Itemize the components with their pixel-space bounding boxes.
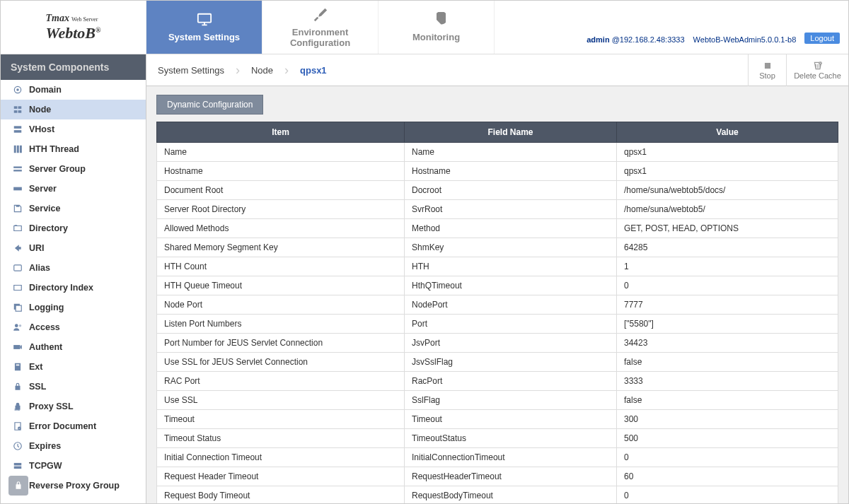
svg-rect-3 xyxy=(14,106,18,109)
sidebar-item-proxy-ssl[interactable]: SSLProxy SSL xyxy=(1,397,146,416)
sidebar-icon xyxy=(12,144,23,154)
sidebar-item-uri[interactable]: URI xyxy=(1,238,146,258)
table-row[interactable]: Listen Port NumbersPort["5580"] xyxy=(157,315,838,334)
table-row[interactable]: TimeoutTimeout300 xyxy=(157,410,838,429)
cell-item: Use SSL for JEUS Servlet Connection xyxy=(157,353,405,372)
tab-monitoring[interactable]: Monitoring xyxy=(379,1,495,54)
sidebar-item-vhost[interactable]: VHost xyxy=(1,119,146,139)
table-row[interactable]: NameNameqpsx1 xyxy=(157,143,838,162)
table-row[interactable]: Request Header TimeoutRequestHeaderTimeo… xyxy=(157,467,838,486)
sidebar-item-error-document[interactable]: Error Document xyxy=(1,416,146,436)
col-value: Value xyxy=(617,122,838,143)
cell-value: /home/suna/webtob5/docs/ xyxy=(617,181,838,200)
cell-item: Server Root Directory xyxy=(157,200,405,219)
svg-rect-9 xyxy=(14,146,16,153)
sidebar-item-tcpgw[interactable]: TCPGW xyxy=(1,456,146,476)
sidebar-icon xyxy=(12,124,23,134)
sidebar-item-node[interactable]: Node xyxy=(1,100,146,119)
table-row[interactable]: Use SSLSslFlagfalse xyxy=(157,391,838,410)
breadcrumb-current: qpsx1 xyxy=(289,54,338,86)
breadcrumb-bar: System Settings › Node › qpsx1 Stop Dele… xyxy=(146,54,848,86)
table-row[interactable]: Use SSL for JEUS Servlet ConnectionJsvSs… xyxy=(157,353,838,372)
sidebar-item-label: SSL xyxy=(29,382,46,392)
sidebar-icon xyxy=(12,283,23,293)
breadcrumb-system-settings[interactable]: System Settings xyxy=(146,54,236,86)
cell-value: 0 xyxy=(617,448,838,467)
dynamic-config-button[interactable]: Dynamic Configuration xyxy=(156,95,263,115)
top-nav: System Settings Environment Configuratio… xyxy=(146,1,848,54)
sidebar-item-label: Domain xyxy=(29,85,62,95)
delete-cache-button[interactable]: Delete Cache xyxy=(786,54,848,86)
tab-label: Monitoring xyxy=(412,32,460,42)
table-row[interactable]: HostnameHostnameqpsx1 xyxy=(157,162,838,181)
sidebar-item-label: VHost xyxy=(29,124,54,134)
sidebar-item-alias[interactable]: Alias xyxy=(1,258,146,278)
table-row[interactable]: Shared Memory Segment KeyShmKey64285 xyxy=(157,238,838,257)
svg-rect-4 xyxy=(18,106,22,109)
stop-button[interactable]: Stop xyxy=(748,54,786,86)
cell-field: JsvPort xyxy=(405,334,617,353)
lock-icon[interactable] xyxy=(8,476,28,496)
tab-system-settings[interactable]: System Settings xyxy=(146,1,262,54)
table-row[interactable]: Node PortNodePort7777 xyxy=(157,295,838,315)
sidebar-icon xyxy=(12,362,23,372)
svg-rect-7 xyxy=(14,126,22,129)
sidebar-item-service[interactable]: Service xyxy=(1,199,146,218)
sidebar-item-expires[interactable]: Expires xyxy=(1,436,146,456)
table-row[interactable]: HTH CountHTH1 xyxy=(157,257,838,276)
svg-rect-22 xyxy=(16,365,20,366)
cell-field: NodePort xyxy=(405,295,617,315)
table-row[interactable]: Server Root DirectorySvrRoot/home/suna/w… xyxy=(157,200,838,219)
svg-rect-10 xyxy=(17,146,19,153)
cell-value: qpsx1 xyxy=(617,162,838,181)
cell-item: Shared Memory Segment Key xyxy=(157,238,405,257)
col-field: Field Name xyxy=(405,122,617,143)
sidebar-icon xyxy=(12,263,23,273)
cell-item: Document Root xyxy=(157,181,405,200)
cell-field: Docroot xyxy=(405,181,617,200)
tab-label: Environment Configuration xyxy=(262,27,378,48)
cell-item: Timeout Status xyxy=(157,429,405,448)
sidebar-icon xyxy=(12,223,23,233)
cell-item: Hostname xyxy=(157,162,405,181)
sidebar-item-access[interactable]: Access xyxy=(1,317,146,337)
svg-rect-15 xyxy=(14,265,22,271)
sidebar-item-authent[interactable]: Authent xyxy=(1,337,146,357)
cell-item: Request Header Timeout xyxy=(157,467,405,486)
cell-item: HTH Count xyxy=(157,257,405,276)
sidebar-item-directory-index[interactable]: Directory Index xyxy=(1,278,146,298)
table-row[interactable]: Document RootDocroot/home/suna/webtob5/d… xyxy=(157,181,838,200)
cell-value: qpsx1 xyxy=(617,143,838,162)
logout-button[interactable]: Logout xyxy=(804,33,840,44)
stop-icon xyxy=(763,61,773,71)
sidebar-item-ext[interactable]: Ext xyxy=(1,357,146,377)
cell-value: 64285 xyxy=(617,238,838,257)
cell-value: 7777 xyxy=(617,295,838,315)
cell-item: Name xyxy=(157,143,405,162)
sidebar-item-server-group[interactable]: Server Group xyxy=(1,159,146,179)
breadcrumb-node[interactable]: Node xyxy=(240,54,284,86)
sidebar-item-domain[interactable]: Domain xyxy=(1,80,146,100)
sidebar-icon xyxy=(12,441,23,451)
sidebar-item-label: Node xyxy=(29,105,51,115)
table-row[interactable]: RAC PortRacPort3333 xyxy=(157,372,838,391)
table-row[interactable]: Timeout StatusTimeoutStatus500 xyxy=(157,429,838,448)
sidebar-item-directory[interactable]: Directory xyxy=(1,218,146,238)
table-row[interactable]: HTH Queue TimeoutHthQTimeout0 xyxy=(157,276,838,295)
svg-rect-20 xyxy=(13,345,20,349)
sidebar-item-ssl[interactable]: SSL xyxy=(1,377,146,397)
sidebar-item-hth-thread[interactable]: HTH Thread xyxy=(1,139,146,159)
sidebar-icon xyxy=(12,461,23,471)
sidebar-item-label: URI xyxy=(29,243,45,253)
table-row[interactable]: Port Number for JEUS Servlet ConnectionJ… xyxy=(157,334,838,353)
sidebar-item-logging[interactable]: Logging xyxy=(1,298,146,317)
table-row[interactable]: Allowed MethodsMethodGET, POST, HEAD, OP… xyxy=(157,219,838,238)
table-row[interactable]: Initial Connection TimeoutInitialConnect… xyxy=(157,448,838,467)
cell-value: false xyxy=(617,353,838,372)
svg-rect-14 xyxy=(13,187,22,191)
cell-field: JsvSslFlag xyxy=(405,353,617,372)
table-row[interactable]: Request Body TimeoutRequestBodyTimeout0 xyxy=(157,486,838,505)
sidebar-item-server[interactable]: Server xyxy=(1,179,146,199)
content-area: System Settings › Node › qpsx1 Stop Dele… xyxy=(146,54,848,504)
tab-environment-config[interactable]: Environment Configuration xyxy=(262,1,379,54)
